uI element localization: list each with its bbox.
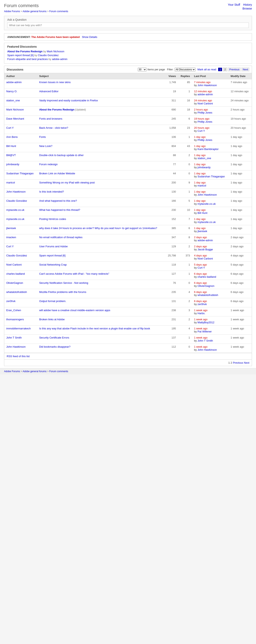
author-link[interactable]: Nancy O. xyxy=(6,90,17,93)
next-button[interactable]: Next xyxy=(242,68,249,71)
subject-link[interactable]: No email notification of thread replies xyxy=(39,236,83,239)
subject-link[interactable]: Back Arrow - click twice? xyxy=(39,126,68,129)
last-post-user[interactable]: MattyBoy2012 xyxy=(198,321,214,324)
author-link[interactable]: Claudio González xyxy=(6,199,27,202)
subject-link[interactable]: why does it take 24 hours to process an … xyxy=(39,227,157,230)
author-link[interactable]: Curt Y xyxy=(6,245,14,248)
last-post-user[interactable]: Harbs. xyxy=(198,312,205,315)
last-post-user[interactable]: Phillip Jones xyxy=(198,138,212,142)
author-link[interactable]: OlivierGagnon xyxy=(6,281,23,284)
author-link[interactable]: Noel Carboni xyxy=(6,263,22,266)
author-link[interactable]: Mark Nichoson xyxy=(6,108,24,111)
bottom-page-2[interactable]: 2 xyxy=(231,361,232,364)
last-post-time[interactable]: 1 day ago xyxy=(194,227,206,230)
show-details-link[interactable]: Show Details xyxy=(82,36,97,38)
last-post-time[interactable]: 20 hours ago xyxy=(194,126,209,129)
featured-author-2[interactable]: Claudio González xyxy=(38,54,59,57)
subject-link[interactable]: Forum redesign xyxy=(39,163,58,166)
last-post-time[interactable]: 1 day ago xyxy=(194,144,206,148)
last-post-time[interactable]: 1 week ago xyxy=(194,345,208,348)
featured-item-link-3[interactable]: Forum etiquette and best practices xyxy=(7,58,48,60)
last-post-user[interactable]: Kami Bambiraptor xyxy=(198,148,219,150)
footer-adobe-general[interactable]: Adobe general forums xyxy=(23,370,47,373)
subject-link[interactable]: About the Forums Redesign xyxy=(39,108,74,111)
bottom-prev[interactable]: Previous xyxy=(233,361,243,364)
author-link[interactable]: zer0hvk xyxy=(6,300,15,303)
subject-link[interactable]: Broken Link on Adobe Website xyxy=(39,172,75,175)
author-link[interactable]: johnbeardy xyxy=(6,163,19,166)
author-link[interactable]: John T Smith xyxy=(6,336,22,339)
author-link[interactable]: Eran_Cohen xyxy=(6,309,21,312)
author-link[interactable]: Bill Hunt xyxy=(6,144,16,148)
author-link[interactable]: imacken xyxy=(6,236,16,239)
subject-link[interactable]: New Look? xyxy=(39,144,52,148)
last-post-user[interactable]: John Hawkinson xyxy=(198,84,217,87)
last-post-time[interactable]: 1 day ago xyxy=(194,172,206,175)
last-post-user[interactable]: Bill Hunt xyxy=(198,212,207,214)
breadcrumb-adobe-general[interactable]: Adobe general forums xyxy=(23,10,47,13)
author-link[interactable]: station_one xyxy=(6,99,20,102)
last-post-user[interactable]: John Hawkinson xyxy=(198,348,217,351)
subject-link[interactable]: And what happened to this one? xyxy=(39,199,77,202)
subject-link[interactable]: Security Certificate Errors xyxy=(39,336,69,339)
last-post-time[interactable]: 1 week ago xyxy=(194,327,208,330)
last-post-user[interactable]: adobe-admin xyxy=(198,239,213,242)
subject-link[interactable]: Posting html/css codes xyxy=(39,218,66,220)
subject-link[interactable]: Known Issues in new skins xyxy=(39,81,71,84)
subject-link[interactable]: Is this look intended? xyxy=(39,190,64,193)
author-link[interactable]: Dave Merchant xyxy=(6,117,24,120)
items-per-page-select[interactable]: 30 50 100 xyxy=(138,68,146,71)
last-post-user[interactable]: johnbeardy xyxy=(198,166,211,169)
last-post-user[interactable]: charles badland xyxy=(198,275,216,278)
last-post-time[interactable]: 12 minutes ago xyxy=(194,90,212,93)
subject-link[interactable]: Mozilla Firefox problems with the forums xyxy=(39,290,86,294)
last-post-user[interactable]: OlivierGagnon xyxy=(198,284,214,288)
last-post-user[interactable]: Jacob Bugge xyxy=(198,248,213,251)
bottom-next[interactable]: Next xyxy=(244,361,249,364)
last-post-user[interactable]: John Hawkinson xyxy=(198,193,217,196)
author-link[interactable]: charles badland xyxy=(6,272,25,275)
subject-link[interactable]: Can't access Adobe Forums with iPad - "t… xyxy=(39,272,109,275)
subject-link[interactable]: Fonts and browsers xyxy=(39,117,62,120)
nav-browse[interactable]: Browse xyxy=(243,7,252,10)
last-post-user[interactable]: Noel Carboni xyxy=(198,257,213,260)
last-post-time[interactable]: 1 day ago xyxy=(194,163,206,166)
author-link[interactable]: Sudarshan Thiagarajan xyxy=(6,172,34,175)
last-post-user[interactable]: Phillip Jones xyxy=(198,120,212,123)
author-link[interactable]: mytaxsite.co.uk xyxy=(6,218,24,220)
last-post-time[interactable]: 1 day ago xyxy=(194,208,206,212)
subject-link[interactable]: Output format problem. xyxy=(39,300,66,303)
last-post-time[interactable]: 1 day ago xyxy=(194,218,206,220)
subject-link[interactable]: Fonts xyxy=(39,136,46,138)
last-post-time[interactable]: 2 days ago xyxy=(194,245,207,248)
last-post-user[interactable]: Sudarshan Thiagarajan xyxy=(198,175,225,178)
last-post-time[interactable]: 1 week ago xyxy=(194,336,208,339)
last-post-user[interactable]: Curt Y xyxy=(198,129,205,132)
last-post-time[interactable]: 1 day ago xyxy=(194,199,206,202)
last-post-time[interactable]: 6 days ago xyxy=(194,272,207,275)
last-post-time[interactable]: 6 days ago xyxy=(194,290,207,294)
subject-link[interactable]: will adobe have a creative cloud middle-… xyxy=(39,309,110,312)
nav-your-stuff[interactable]: Your Stuff xyxy=(228,3,240,6)
author-link[interactable]: martcol xyxy=(6,181,15,184)
last-post-user[interactable]: Phillip Jones xyxy=(198,111,212,114)
last-post-user[interactable]: mytaxsite.co.uk xyxy=(198,202,216,205)
last-post-time[interactable]: 4 days ago xyxy=(194,254,207,257)
mark-all-read[interactable]: Mark all as read xyxy=(198,68,216,71)
author-link[interactable]: John Hawkinson xyxy=(6,345,25,348)
author-link[interactable]: Claudio González xyxy=(6,254,27,257)
subject-link[interactable]: Something Wrong on my iPad with viewing … xyxy=(39,181,95,184)
subject-link[interactable]: Security Notification Service - Not work… xyxy=(39,281,88,284)
featured-author-1[interactable]: Mark Nichoson xyxy=(47,50,64,53)
subject-link[interactable]: What has happened to this thread? xyxy=(39,208,80,212)
breadcrumb-adobe-forums[interactable]: Adobe Forums xyxy=(4,10,20,13)
last-post-user[interactable]: whatalotofrubbish xyxy=(198,294,218,296)
author-link[interactable]: John Hawkinson xyxy=(6,190,25,193)
footer-adobe-forums[interactable]: Adobe Forums xyxy=(4,370,20,373)
last-post-time[interactable]: 2 hours ago xyxy=(194,108,208,111)
last-post-time[interactable]: 1 day ago xyxy=(194,136,206,138)
last-post-time[interactable]: 1 day ago xyxy=(194,181,206,184)
last-post-user[interactable]: martcol xyxy=(198,184,206,187)
nav-history[interactable]: History xyxy=(243,3,252,6)
last-post-time[interactable]: 5 days ago xyxy=(194,263,207,266)
